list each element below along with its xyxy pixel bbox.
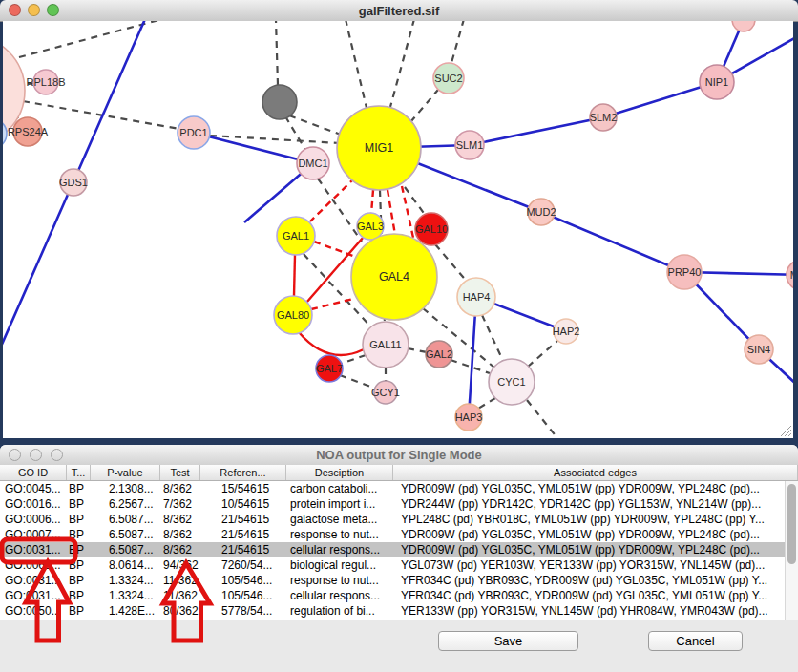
column-header-associated-edges[interactable]: Associated edges (393, 465, 798, 480)
table-cell: YFR034C (pd) YBR093C, YDR009W (pd) YGL03… (393, 573, 785, 588)
node-label: CYC1 (497, 376, 525, 388)
node-label: HAP4 (463, 291, 491, 303)
table-cell: YER133W (pp) YOR315W, YNL145W (pd) YHR08… (393, 603, 785, 619)
table-row[interactable]: GO:0045...BP2.1308...8/36215/54615carbon… (0, 481, 785, 496)
table-cell: BP (67, 481, 91, 496)
table-cell: 105/546... (200, 588, 286, 603)
network-graph: RPL18BRPS24AGDS1PDC1DMC1MIG1SUC2SLM1SLM2… (3, 21, 793, 438)
node-label: NIP1 (705, 76, 728, 88)
table-cell: response to nut... (286, 573, 393, 588)
table-row[interactable]: GO:0050...BP1.428E...80/3625778/54...reg… (0, 603, 785, 619)
node-label: HAP3 (455, 411, 483, 423)
network-edge (314, 242, 353, 256)
table-row[interactable]: GO:0016...BP6.2567...7/36210/54615protei… (0, 496, 785, 512)
table-cell: 11/362 (160, 573, 200, 588)
table-cell: GO:0065... (0, 557, 67, 573)
scrollbar-thumb[interactable] (788, 484, 796, 564)
table-cell: biological regul... (286, 557, 393, 573)
table-cell: BP (67, 527, 91, 542)
table-row[interactable]: GO:0031...BP1.3324...11/362105/546...cel… (0, 588, 785, 603)
table-cell: GO:0016... (0, 496, 67, 512)
column-header-t-[interactable]: T... (67, 465, 91, 480)
network-edge (289, 116, 341, 135)
column-header-go-id[interactable]: GO ID (0, 465, 67, 480)
table-cell: YPL248C (pd) YBR018C, YML051W (pp) YDR00… (393, 512, 785, 527)
node-label: DMC1 (298, 158, 327, 169)
minimize-button[interactable] (28, 4, 40, 16)
results-table-header: GO IDT...P-valueTestReferen...Desciption… (0, 465, 798, 481)
table-cell: cellular respons... (286, 588, 393, 603)
column-header-referen-[interactable]: Referen... (200, 465, 286, 480)
node-label: MIG1 (365, 141, 394, 155)
network-window-titlebar[interactable]: galFiltered.sif (0, 0, 798, 22)
network-canvas[interactable]: RPL18BRPS24AGDS1PDC1DMC1MIG1SUC2SLM1SLM2… (3, 21, 793, 438)
resize-grip-icon[interactable] (778, 423, 792, 437)
table-cell: 80/362 (160, 603, 200, 619)
table-cell: 11/362 (160, 588, 200, 603)
table-row[interactable]: GO:0031...BP1.3324...11/362105/546...res… (0, 573, 785, 588)
network-edge (346, 21, 367, 108)
table-row[interactable]: GO:0006...BP6.5087...8/36221/54615galact… (0, 512, 785, 527)
table-cell: 21/54615 (200, 512, 286, 527)
network-edge (482, 315, 503, 361)
network-edge (528, 341, 557, 367)
table-cell: 1.3324... (91, 588, 160, 603)
network-node[interactable] (262, 85, 297, 119)
table-cell: 8/362 (160, 481, 200, 496)
table-cell: 8/362 (160, 512, 200, 527)
inactive-traffic-lights (9, 449, 63, 461)
table-cell: cellular respons... (286, 542, 393, 557)
table-cell: GO:0031... (0, 542, 67, 557)
noa-window-title: NOA output for Single Mode (316, 448, 482, 462)
network-edge (390, 21, 414, 107)
network-edge (478, 398, 495, 409)
table-cell: BP (67, 588, 91, 603)
table-cell: galactose meta... (286, 512, 393, 527)
network-node[interactable] (732, 21, 755, 32)
table-scrollbar[interactable] (785, 481, 798, 620)
zoom-button[interactable] (51, 449, 63, 461)
table-cell: YDR244W (pp) YDR142C, YDR142C (pp) YGL15… (393, 496, 785, 512)
table-cell: GO:0031... (0, 573, 67, 588)
table-cell: GO:0050... (0, 603, 67, 619)
save-button[interactable]: Save (438, 631, 578, 651)
table-cell: 105/546... (200, 573, 286, 588)
table-row-selected[interactable]: GO:0031...BP6.5087...8/36221/54615cellul… (0, 542, 785, 557)
table-cell: BP (67, 603, 91, 619)
zoom-button[interactable] (47, 4, 59, 16)
table-cell: GO:0031... (0, 588, 67, 603)
column-header-desciption[interactable]: Desciption (286, 465, 393, 480)
table-cell: 6.5087... (91, 512, 160, 527)
table-cell: 8.0614... (91, 557, 160, 573)
table-cell: regulation of bi... (286, 603, 393, 619)
close-button[interactable] (9, 449, 21, 461)
table-row[interactable]: GO:0007...BP6.5087...8/36221/54615respon… (0, 527, 785, 542)
table-cell: 1.3324... (91, 573, 160, 588)
table-cell: BP (67, 557, 91, 573)
node-label: PDC1 (179, 127, 207, 138)
minimize-button[interactable] (30, 449, 42, 461)
network-edge (294, 255, 295, 296)
network-edge (299, 332, 364, 355)
node-label: MUD2 (526, 206, 556, 218)
table-row[interactable]: GO:0065...BP8.0614...94/3627260/54...bio… (0, 557, 785, 573)
close-button[interactable] (9, 4, 21, 16)
node-label: GAL3 (357, 220, 384, 232)
table-cell: 10/54615 (200, 496, 286, 512)
node-label: SIN4 (747, 344, 770, 355)
table-cell: 8/362 (160, 542, 200, 557)
table-cell: 94/362 (160, 557, 200, 573)
node-label: GAL2 (426, 348, 452, 360)
noa-window-titlebar[interactable]: NOA output for Single Mode (0, 445, 798, 466)
table-cell: GO:0045... (0, 481, 67, 496)
column-header-test[interactable]: Test (160, 465, 200, 480)
table-cell: BP (67, 573, 91, 588)
table-cell: 2.1308... (91, 481, 160, 496)
column-header-p-value[interactable]: P-value (91, 465, 160, 480)
table-cell: 21/54615 (200, 527, 286, 542)
network-edge (452, 21, 464, 63)
noa-output-window: NOA output for Single Mode GO IDT...P-va… (0, 445, 798, 672)
node-label: SUC2 (434, 73, 462, 84)
cancel-button[interactable]: Cancel (648, 631, 743, 651)
network-edge (470, 117, 603, 145)
